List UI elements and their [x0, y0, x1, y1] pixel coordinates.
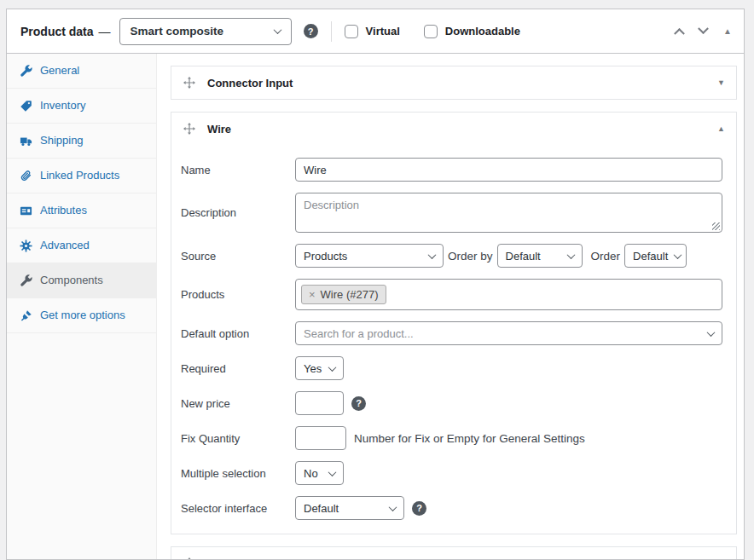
- component-section-connector-output: Connector Output ▼: [171, 546, 737, 559]
- source-select[interactable]: Products: [295, 244, 444, 268]
- name-input[interactable]: [295, 158, 722, 182]
- selector-interface-row: Selector interface Default ?: [171, 496, 736, 520]
- order-by-select[interactable]: Default: [497, 244, 583, 268]
- help-icon[interactable]: ?: [304, 24, 318, 38]
- sidebar-item-inventory[interactable]: Inventory: [7, 89, 156, 124]
- product-data-panel: Product data — Smart composite ? Virtual…: [6, 9, 745, 560]
- sidebar-item-advanced[interactable]: Advanced: [7, 228, 156, 263]
- drag-move-icon[interactable]: [183, 76, 196, 89]
- multiple-selection-select[interactable]: No: [295, 461, 344, 485]
- chevron-down-icon: [328, 468, 337, 476]
- gear-icon: [19, 239, 32, 252]
- sidebar-item-components[interactable]: Components: [7, 263, 156, 298]
- products-row: Products × Wire (#277): [171, 279, 736, 310]
- section-title: Wire: [207, 123, 231, 136]
- sidebar-item-label: Shipping: [40, 134, 84, 147]
- collapse-section-icon[interactable]: ▲: [717, 125, 725, 133]
- wrench-icon: [19, 274, 32, 287]
- selected-product-tag: × Wire (#277): [301, 285, 386, 304]
- new-price-label: New price: [181, 397, 295, 410]
- section-title: Connector Input: [207, 77, 293, 89]
- wire-component-form: Name Description Description Source Prod…: [171, 145, 736, 534]
- tag-icon: [19, 99, 32, 113]
- sidebar-item-label: Get more options: [40, 309, 125, 322]
- default-option-placeholder: Search for a product...: [304, 327, 414, 340]
- section-title: Connector Output: [207, 557, 302, 560]
- panel-toggle-icon[interactable]: ▲: [723, 27, 732, 36]
- selected-product-label: Wire (#277): [321, 288, 379, 301]
- source-label: Source: [181, 250, 295, 263]
- component-section-connector-input: Connector Input ▼: [171, 66, 737, 100]
- selector-interface-label: Selector interface: [181, 502, 295, 515]
- wrench-icon: [19, 64, 32, 78]
- selector-interface-select[interactable]: Default: [295, 496, 404, 520]
- multiple-selection-label: Multiple selection: [181, 467, 295, 480]
- chevron-down-icon: [389, 503, 397, 511]
- virtual-checkbox[interactable]: [345, 25, 358, 38]
- chevron-down-icon: [428, 251, 437, 259]
- fix-quantity-label: Fix Quantity: [181, 432, 295, 445]
- fix-quantity-row: Fix Quantity Number for Fix or Empty for…: [171, 426, 736, 450]
- panel-title: Product data: [20, 25, 94, 38]
- move-up-icon[interactable]: [674, 28, 685, 39]
- metabox-controls: ▲: [676, 27, 732, 36]
- sidebar-item-label: Advanced: [40, 239, 90, 252]
- sidebar-item-label: Components: [40, 274, 103, 287]
- downloadable-checkbox-group[interactable]: Downloadable: [424, 25, 520, 38]
- fix-quantity-input[interactable]: [295, 426, 346, 450]
- order-by-label: Order by: [448, 250, 493, 263]
- sidebar-item-linked-products[interactable]: Linked Products: [7, 159, 156, 193]
- sidebar-item-general[interactable]: General: [7, 54, 156, 89]
- help-icon[interactable]: ?: [412, 501, 426, 516]
- sidebar-item-shipping[interactable]: Shipping: [7, 124, 156, 159]
- product-type-select[interactable]: Smart composite: [119, 18, 292, 45]
- product-data-tabs: General Inventory Shipping Linked Produc…: [7, 54, 157, 559]
- description-textarea[interactable]: Description: [295, 193, 722, 233]
- component-header-connector-input[interactable]: Connector Input ▼: [171, 66, 736, 99]
- order-value: Default: [633, 250, 668, 263]
- source-row: Source Products Order by Default Order: [171, 244, 736, 268]
- component-header-wire[interactable]: Wire ▲: [171, 113, 736, 145]
- product-data-body: General Inventory Shipping Linked Produc…: [7, 54, 744, 559]
- move-down-icon[interactable]: [698, 23, 709, 34]
- default-option-select[interactable]: Search for a product...: [295, 321, 722, 345]
- truck-icon: [19, 134, 32, 147]
- chevron-down-icon: [566, 251, 575, 259]
- drag-move-icon[interactable]: [183, 557, 196, 559]
- selector-interface-value: Default: [304, 502, 339, 515]
- expand-section-icon[interactable]: ▼: [717, 79, 725, 87]
- title-separator: —: [99, 25, 111, 38]
- help-icon[interactable]: ?: [351, 396, 366, 411]
- name-row: Name: [171, 158, 736, 182]
- link-icon: [19, 169, 32, 182]
- sidebar-item-label: General: [40, 64, 79, 78]
- chevron-down-icon: [328, 363, 337, 372]
- required-label: Required: [181, 362, 295, 375]
- required-select[interactable]: Yes: [295, 356, 344, 380]
- virtual-checkbox-group[interactable]: Virtual: [345, 25, 400, 38]
- name-label: Name: [181, 164, 295, 176]
- order-select[interactable]: Default: [624, 244, 687, 268]
- chevron-down-icon: [674, 251, 682, 259]
- component-header-connector-output[interactable]: Connector Output ▼: [171, 547, 736, 559]
- default-option-row: Default option Search for a product...: [171, 321, 736, 345]
- sidebar-item-attributes[interactable]: Attributes: [7, 193, 156, 228]
- order-label: Order: [591, 250, 621, 263]
- downloadable-checkbox[interactable]: [424, 25, 438, 38]
- order-by-value: Default: [506, 250, 541, 263]
- products-label: Products: [181, 288, 295, 301]
- sidebar-item-label: Linked Products: [40, 169, 119, 182]
- description-row: Description Description: [171, 193, 736, 233]
- multiple-selection-row: Multiple selection No: [171, 461, 736, 485]
- drag-move-icon[interactable]: [183, 122, 196, 136]
- description-placeholder: Description: [304, 199, 359, 211]
- products-multiselect[interactable]: × Wire (#277): [295, 279, 722, 310]
- description-label: Description: [181, 206, 295, 219]
- chevron-down-icon: [273, 26, 281, 34]
- sidebar-item-get-more-options[interactable]: Get more options: [7, 298, 156, 333]
- new-price-input[interactable]: [295, 391, 344, 415]
- attributes-icon: [19, 204, 32, 217]
- remove-tag-icon[interactable]: ×: [309, 288, 316, 301]
- chevron-down-icon: [707, 328, 716, 337]
- new-price-row: New price ?: [171, 391, 736, 415]
